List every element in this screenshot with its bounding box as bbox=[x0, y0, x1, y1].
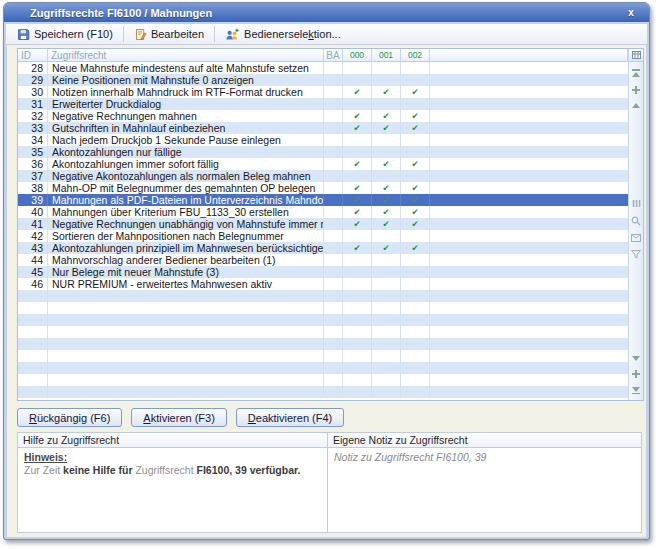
title-bar[interactable]: Zugriffsrechte FI6100 / Mahnungen x bbox=[4, 3, 649, 22]
table-row[interactable] bbox=[18, 326, 628, 338]
column-chooser-button[interactable] bbox=[629, 49, 643, 62]
bottom-panels: Hilfe zu Zugriffsrecht Hinweis: Zur Zeit… bbox=[17, 432, 642, 533]
column-header-id[interactable]: ID bbox=[18, 49, 48, 61]
activate-button[interactable]: Aktivieren (F3) bbox=[131, 408, 227, 427]
edit-button-label: Bearbeiten bbox=[151, 28, 204, 40]
row-filler bbox=[430, 314, 628, 326]
table-row[interactable]: 39 Mahnungen als PDF-Dateien im Unterver… bbox=[18, 194, 628, 206]
table-row[interactable]: 31 Erweiterter Druckdialog bbox=[18, 98, 628, 110]
row-check-002: ✔ bbox=[401, 242, 430, 254]
table-row[interactable]: 43 Akontozahlungen prinzipiell im Mahnwe… bbox=[18, 242, 628, 254]
row-check-000: ✔ bbox=[343, 206, 372, 218]
table-row[interactable]: 38 Mahn-OP mit Belegnummer des gemahnten… bbox=[18, 182, 628, 194]
row-id: 35 bbox=[18, 146, 48, 158]
note-panel-body[interactable]: Notiz zu Zugriffsrecht FI6100, 39 bbox=[328, 448, 641, 532]
table-row[interactable]: 40 Mahnungen über Kriterium FBU_1133_30 … bbox=[18, 206, 628, 218]
row-text: Negative Akontozahlungen als normalen Be… bbox=[48, 170, 324, 182]
columns-icon[interactable] bbox=[632, 199, 641, 208]
row-id: 44 bbox=[18, 254, 48, 266]
row-check-002 bbox=[401, 278, 430, 290]
row-check-002 bbox=[401, 350, 430, 362]
row-text: Negative Rechnungen mahnen bbox=[48, 110, 324, 122]
table-row[interactable] bbox=[18, 374, 628, 386]
note-panel: Eigene Notiz zu Zugriffsrecht Notiz zu Z… bbox=[327, 432, 642, 533]
row-id: 29 bbox=[18, 74, 48, 86]
table-row[interactable]: 37 Negative Akontozahlungen als normalen… bbox=[18, 170, 628, 182]
row-ba-cell bbox=[324, 254, 343, 266]
operator-selection-button[interactable]: Bedienerselektion... bbox=[218, 27, 348, 42]
table-row[interactable] bbox=[18, 350, 628, 362]
save-button-label: Speichern (F10) bbox=[34, 28, 113, 40]
table-row[interactable]: 33 Gutschriften in Mahnlauf einbeziehen … bbox=[18, 122, 628, 134]
row-check-001 bbox=[372, 350, 401, 362]
table-row[interactable]: 29 Keine Positionen mit Mahnstufe 0 anze… bbox=[18, 74, 628, 86]
table-row[interactable]: 42 Sortieren der Mahnpositionen nach Bel… bbox=[18, 230, 628, 242]
column-header-ba[interactable]: BA bbox=[324, 49, 343, 61]
row-check-000: ✔ bbox=[343, 122, 372, 134]
scroll-down-icon[interactable] bbox=[632, 356, 640, 361]
search-icon[interactable] bbox=[631, 216, 641, 226]
row-text: Nach jedem Druckjob 1 Sekunde Pause einl… bbox=[48, 134, 324, 146]
table-row[interactable]: 28 Neue Mahnstufe mindestens auf alte Ma… bbox=[18, 62, 628, 74]
row-ba-cell bbox=[324, 230, 343, 242]
row-filler bbox=[430, 194, 628, 206]
row-text: Akontozahlungen immer sofort fällig bbox=[48, 158, 324, 170]
row-id bbox=[18, 302, 48, 314]
window-title: Zugriffsrechte FI6100 / Mahnungen bbox=[30, 7, 212, 19]
scroll-to-bottom-icon[interactable] bbox=[632, 387, 640, 395]
row-check-002 bbox=[401, 98, 430, 110]
row-check-001 bbox=[372, 338, 401, 350]
save-button[interactable]: Speichern (F10) bbox=[10, 27, 120, 42]
row-id: 42 bbox=[18, 230, 48, 242]
scroll-page-up-icon[interactable] bbox=[632, 86, 640, 94]
row-check-001 bbox=[372, 254, 401, 266]
scroll-to-top-icon[interactable] bbox=[632, 69, 640, 77]
row-filler bbox=[430, 122, 628, 134]
row-id: 38 bbox=[18, 182, 48, 194]
table-row[interactable] bbox=[18, 290, 628, 302]
table-row[interactable]: 34 Nach jedem Druckjob 1 Sekunde Pause e… bbox=[18, 134, 628, 146]
row-check-001: ✔ bbox=[372, 158, 401, 170]
column-header-zugriffsrecht[interactable]: Zugriffsrecht bbox=[48, 49, 324, 61]
row-text bbox=[48, 290, 324, 302]
mail-icon[interactable] bbox=[631, 234, 641, 242]
row-ba-cell bbox=[324, 158, 343, 170]
row-text: NUR PREMIUM - erweitertes Mahnwesen akti… bbox=[48, 278, 324, 290]
row-check-001 bbox=[372, 326, 401, 338]
row-id: 33 bbox=[18, 122, 48, 134]
table-row[interactable] bbox=[18, 338, 628, 350]
grid-scroll-rail[interactable] bbox=[628, 49, 643, 400]
row-filler bbox=[430, 62, 628, 74]
table-row[interactable]: 30 Notizen innerhalb Mahndruck im RTF-Fo… bbox=[18, 86, 628, 98]
row-check-000 bbox=[343, 350, 372, 362]
table-row[interactable]: 41 Negative Rechnungen unabhängig von Ma… bbox=[18, 218, 628, 230]
table-row[interactable] bbox=[18, 314, 628, 326]
edit-button[interactable]: Bearbeiten bbox=[127, 27, 211, 42]
table-row[interactable]: 46 NUR PREMIUM - erweitertes Mahnwesen a… bbox=[18, 278, 628, 290]
row-check-000: ✔ bbox=[343, 194, 372, 206]
scroll-page-down-icon[interactable] bbox=[632, 370, 640, 378]
table-row[interactable]: 44 Mahnvorschlag anderer Bediener bearbe… bbox=[18, 254, 628, 266]
column-header-000[interactable]: 000 bbox=[343, 49, 372, 61]
deactivate-button[interactable]: Deaktivieren (F4) bbox=[236, 408, 344, 427]
table-row[interactable] bbox=[18, 362, 628, 374]
column-header-001[interactable]: 001 bbox=[372, 49, 401, 61]
table-row[interactable]: 32 Negative Rechnungen mahnen ✔ ✔ ✔ bbox=[18, 110, 628, 122]
row-id: 41 bbox=[18, 218, 48, 230]
undo-button[interactable]: Rückgängig (F6) bbox=[17, 408, 122, 427]
row-check-000: ✔ bbox=[343, 110, 372, 122]
row-ba-cell bbox=[324, 206, 343, 218]
table-row[interactable]: 45 Nur Belege mit neuer Mahnstufe (3) bbox=[18, 266, 628, 278]
row-id: 39 bbox=[18, 194, 48, 206]
table-row[interactable]: 36 Akontozahlungen immer sofort fällig ✔… bbox=[18, 158, 628, 170]
row-check-000: ✔ bbox=[343, 182, 372, 194]
table-row[interactable]: 35 Akontozahlungen nur fällige bbox=[18, 146, 628, 158]
row-filler bbox=[430, 386, 628, 398]
filter-icon[interactable] bbox=[631, 250, 641, 259]
table-row[interactable] bbox=[18, 302, 628, 314]
scroll-up-icon[interactable] bbox=[632, 103, 640, 108]
table-row[interactable] bbox=[18, 386, 628, 398]
column-header-002[interactable]: 002 bbox=[401, 49, 430, 61]
row-check-000 bbox=[343, 74, 372, 86]
close-button[interactable]: x bbox=[623, 6, 639, 20]
